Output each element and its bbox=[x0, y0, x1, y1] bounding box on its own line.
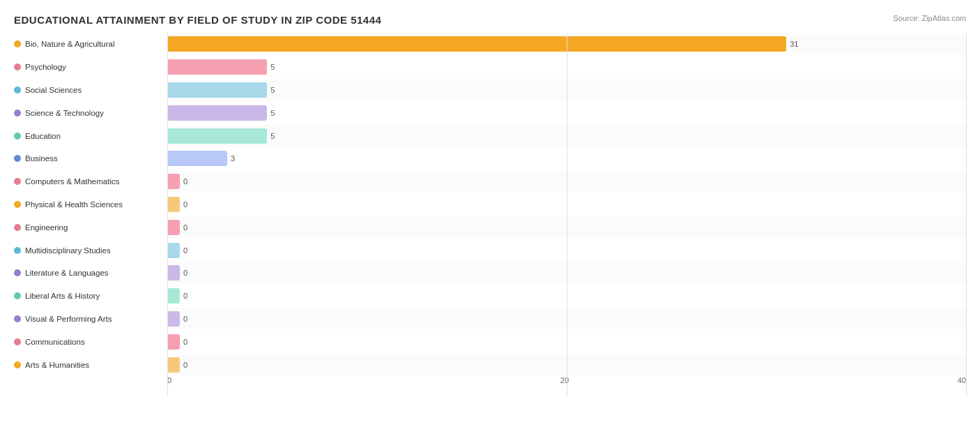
bar-label: Education bbox=[14, 132, 167, 140]
bar-fill bbox=[167, 220, 180, 235]
x-axis-label: 20 bbox=[560, 376, 569, 384]
bar-value: 0 bbox=[183, 177, 187, 186]
x-axis-label: 0 bbox=[167, 376, 171, 384]
bar-fill bbox=[167, 151, 227, 166]
bar-fill bbox=[167, 334, 180, 350]
bar-row: Liberal Arts & History0 bbox=[14, 285, 966, 306]
bar-wrapper: 0 bbox=[167, 174, 966, 189]
bar-row: Psychology5 bbox=[14, 57, 966, 77]
bar-label-text: Engineering bbox=[25, 223, 68, 232]
bar-fill bbox=[167, 311, 180, 327]
bar-row: Bio, Nature & Agricultural31 bbox=[14, 33, 966, 54]
bar-label-text: Computers & Mathematics bbox=[25, 177, 120, 186]
chart-container: EDUCATIONAL ATTAINMENT BY FIELD OF STUDY… bbox=[0, 0, 980, 441]
bar-wrapper: 0 bbox=[167, 311, 966, 327]
bars-section: Bio, Nature & Agricultural31Psychology5S… bbox=[14, 33, 966, 376]
bar-value: 0 bbox=[183, 315, 187, 323]
bar-wrapper: 0 bbox=[167, 265, 966, 281]
bar-value: 0 bbox=[183, 292, 187, 300]
bar-row: Education5 bbox=[14, 126, 966, 147]
bar-value: 0 bbox=[183, 361, 187, 369]
bar-value: 3 bbox=[231, 154, 235, 163]
bar-label-text: Multidisciplinary Studies bbox=[25, 246, 111, 255]
bar-row: Visual & Performing Arts0 bbox=[14, 308, 966, 329]
bar-fill bbox=[167, 197, 180, 212]
bar-dot bbox=[14, 338, 21, 345]
chart-area: Bio, Nature & Agricultural31Psychology5S… bbox=[14, 33, 966, 397]
bar-label-text: Communications bbox=[25, 338, 85, 346]
bar-value: 0 bbox=[183, 200, 187, 209]
grid-line bbox=[966, 33, 967, 397]
bar-dot bbox=[14, 40, 21, 47]
bar-dot bbox=[14, 87, 21, 94]
bar-wrapper: 5 bbox=[167, 105, 966, 121]
bar-fill bbox=[167, 128, 267, 144]
bar-label: Science & Technology bbox=[14, 109, 167, 117]
bar-label-text: Physical & Health Sciences bbox=[25, 200, 123, 209]
bar-row: Computers & Mathematics0 bbox=[14, 171, 966, 192]
bar-label: Liberal Arts & History bbox=[14, 292, 167, 300]
bar-fill bbox=[167, 174, 180, 189]
bar-fill bbox=[167, 288, 180, 304]
chart-source: Source: ZipAtlas.com bbox=[893, 14, 966, 22]
bar-fill bbox=[167, 243, 180, 258]
bar-label: Business bbox=[14, 154, 167, 163]
bar-label: Computers & Mathematics bbox=[14, 177, 167, 186]
bar-row: Arts & Humanities0 bbox=[14, 354, 966, 375]
bar-label-text: Literature & Languages bbox=[25, 269, 109, 277]
bar-dot bbox=[14, 201, 21, 208]
bar-dot bbox=[14, 292, 21, 299]
bar-row: Communications0 bbox=[14, 331, 966, 352]
bar-label-text: Education bbox=[25, 132, 61, 140]
bar-dot bbox=[14, 63, 21, 70]
bar-wrapper: 3 bbox=[167, 151, 966, 166]
bar-row: Multidisciplinary Studies0 bbox=[14, 240, 966, 261]
bar-wrapper: 0 bbox=[167, 197, 966, 212]
bar-wrapper: 5 bbox=[167, 59, 966, 75]
bar-value: 5 bbox=[270, 86, 275, 94]
bar-label: Psychology bbox=[14, 63, 167, 71]
bar-value: 5 bbox=[270, 63, 275, 71]
bar-label: Communications bbox=[14, 338, 167, 346]
bar-label: Literature & Languages bbox=[14, 269, 167, 277]
bar-dot bbox=[14, 155, 21, 162]
bar-fill bbox=[167, 36, 786, 52]
bar-value: 0 bbox=[183, 246, 187, 255]
bar-label: Social Sciences bbox=[14, 86, 167, 94]
bar-dot bbox=[14, 269, 21, 276]
bar-label-text: Psychology bbox=[25, 63, 66, 71]
bar-value: 0 bbox=[183, 269, 187, 277]
bar-value: 31 bbox=[790, 40, 798, 48]
bar-wrapper: 0 bbox=[167, 288, 966, 304]
bar-value: 5 bbox=[270, 109, 275, 117]
bar-label: Physical & Health Sciences bbox=[14, 200, 167, 209]
bar-dot bbox=[14, 110, 21, 117]
bar-label: Multidisciplinary Studies bbox=[14, 246, 167, 255]
bar-fill bbox=[167, 105, 267, 121]
bar-dot bbox=[14, 315, 21, 322]
bar-value: 0 bbox=[183, 223, 187, 232]
chart-title: EDUCATIONAL ATTAINMENT BY FIELD OF STUDY… bbox=[14, 14, 966, 26]
bar-label-text: Business bbox=[25, 154, 58, 163]
bar-dot bbox=[14, 133, 21, 140]
bar-label: Bio, Nature & Agricultural bbox=[14, 40, 167, 48]
bar-wrapper: 5 bbox=[167, 128, 966, 144]
bar-dot bbox=[14, 361, 21, 368]
bar-fill bbox=[167, 357, 180, 373]
bar-wrapper: 0 bbox=[167, 220, 966, 235]
bar-fill bbox=[167, 82, 267, 98]
bar-label-text: Liberal Arts & History bbox=[25, 292, 100, 300]
bar-row: Business3 bbox=[14, 148, 966, 169]
bar-row: Literature & Languages0 bbox=[14, 262, 966, 283]
bar-row: Science & Technology5 bbox=[14, 103, 966, 124]
bar-label: Visual & Performing Arts bbox=[14, 315, 167, 323]
bar-value: 5 bbox=[270, 132, 275, 140]
bar-label-text: Science & Technology bbox=[25, 109, 104, 117]
bar-label: Arts & Humanities bbox=[14, 361, 167, 369]
bar-dot bbox=[14, 247, 21, 254]
bar-wrapper: 31 bbox=[167, 36, 966, 52]
bar-label-text: Bio, Nature & Agricultural bbox=[25, 40, 114, 48]
bar-wrapper: 5 bbox=[167, 82, 966, 98]
x-axis: 02040 bbox=[167, 376, 966, 397]
bar-wrapper: 0 bbox=[167, 334, 966, 350]
